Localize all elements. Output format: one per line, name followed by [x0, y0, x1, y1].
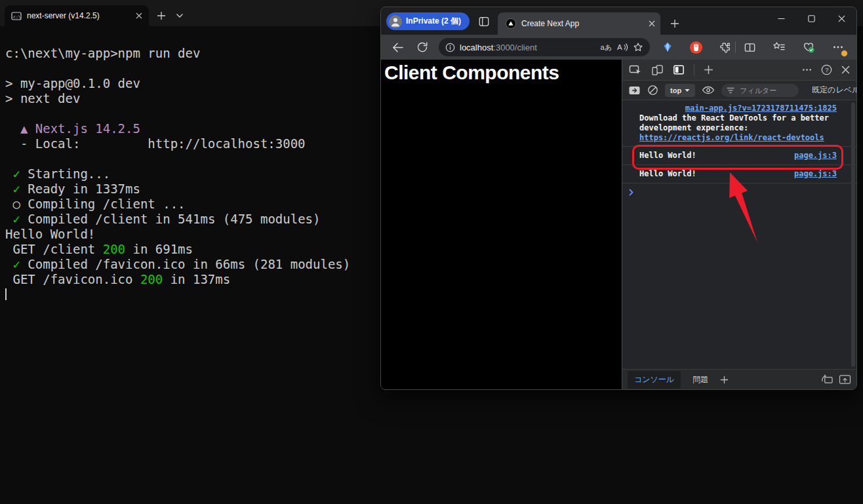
console-filter[interactable]: [721, 84, 799, 97]
devtools-tab-row: ?: [622, 60, 856, 81]
log-levels-dropdown[interactable]: 既定のレベル: [812, 85, 856, 96]
browser-tab-create-next-app[interactable]: Create Next App: [498, 12, 660, 35]
console-entry-hello-world-2: Hello World! page.js:3: [622, 165, 856, 184]
window-controls: [766, 7, 856, 29]
device-emulation-icon[interactable]: [651, 64, 664, 76]
prompt-chevron-icon: [629, 189, 634, 196]
javascript-context-selector[interactable]: top: [665, 84, 695, 97]
drawer-add-tab-button[interactable]: [720, 376, 729, 384]
terminal-new-tab-button[interactable]: [153, 8, 169, 24]
console-message: Hello World!: [639, 169, 794, 179]
devtools-close-icon[interactable]: [841, 66, 850, 74]
console-entry-hello-world-1: Hello World! page.js:3: [622, 147, 856, 165]
console-sidebar-icon[interactable]: [628, 85, 641, 96]
terminal-cursor: [5, 288, 7, 300]
cmd-icon: c:\: [11, 11, 22, 21]
close-window-button[interactable]: [826, 7, 856, 29]
dock-side-icon[interactable]: [673, 64, 685, 75]
tab-close-icon[interactable]: [649, 20, 655, 27]
inprivate-label: InPrivate (2 個): [406, 16, 461, 27]
console-entry-react-devtools: main-app.js?v=1723178711475:1825 Downloa…: [622, 100, 856, 147]
browser-new-tab-button[interactable]: [667, 16, 683, 31]
filter-icon: [727, 87, 734, 94]
browser-tab-title: Create Next App: [521, 19, 649, 28]
favorites-star-icon[interactable]: [633, 42, 643, 52]
translate-icon[interactable]: aあ: [601, 43, 612, 52]
console-toolbar: top 既定のレベル: [622, 81, 856, 100]
refresh-button[interactable]: [414, 39, 431, 56]
url-host: localhost: [460, 43, 493, 52]
source-link[interactable]: page.js:3: [794, 169, 837, 179]
chevron-down-icon: [685, 88, 690, 92]
devtools-drawer: コンソール 問題: [622, 369, 856, 389]
site-info-icon[interactable]: [445, 43, 455, 52]
console-prompt[interactable]: [622, 184, 856, 201]
svg-text:A: A: [617, 43, 622, 51]
drawer-tab-issues[interactable]: 問題: [686, 371, 715, 389]
svg-text:?: ?: [825, 66, 828, 73]
console-scrollbar[interactable]: [851, 102, 855, 367]
extension-blue-gem-icon[interactable]: [659, 39, 676, 56]
console-messages[interactable]: main-app.js?v=1723178711475:1825 Downloa…: [622, 100, 856, 369]
update-notification-badge: [841, 50, 848, 57]
terminal-tab[interactable]: c:\ next-server (v14.2.5): [5, 5, 149, 26]
react-devtools-link[interactable]: https://reactjs.org/link/react-devtools: [639, 133, 824, 142]
tab-actions-icon[interactable]: [477, 14, 491, 29]
terminal-tab-dropdown-button[interactable]: [172, 8, 188, 24]
browser-window: InPrivate (2 個) Create Next App: [380, 7, 857, 390]
live-expression-eye-icon[interactable]: [702, 85, 715, 95]
address-bar[interactable]: localhost:3000/client aあ A: [439, 38, 650, 56]
devtools-panel: ? top: [622, 60, 856, 389]
browser-essentials-icon[interactable]: [800, 39, 817, 56]
page-title: Client Components: [381, 60, 622, 84]
settings-menu-icon[interactable]: [830, 39, 847, 56]
browser-titlebar: InPrivate (2 個) Create Next App: [381, 7, 856, 35]
favorites-hub-icon[interactable]: [771, 39, 788, 56]
clear-console-icon[interactable]: [647, 85, 658, 96]
url-text: localhost:3000/client: [460, 43, 537, 52]
browser-toolbar: localhost:3000/client aあ A: [381, 35, 856, 60]
back-button[interactable]: [389, 39, 406, 56]
devtools-divider: [694, 64, 694, 76]
devtools-more-options-icon[interactable]: [802, 65, 812, 75]
browser-content: Client Components: [381, 60, 856, 389]
drawer-activity-icon[interactable]: [821, 374, 833, 385]
read-aloud-icon[interactable]: A: [616, 42, 628, 52]
console-message: Download the React DevTools for a better…: [639, 113, 837, 133]
inprivate-badge[interactable]: InPrivate (2 個): [386, 12, 470, 30]
source-link[interactable]: main-app.js?v=1723178711475:1825: [685, 104, 837, 113]
screen: c:\ next-server (v14.2.5) c:\next\my-app…: [0, 0, 863, 504]
extensions-puzzle-icon[interactable]: [716, 39, 733, 56]
context-label: top: [670, 87, 681, 94]
terminal-tab-close-icon[interactable]: [136, 12, 142, 19]
expand-quick-view-icon[interactable]: [839, 374, 851, 385]
console-message: Hello World!: [639, 151, 794, 161]
svg-text:c:\: c:\: [13, 14, 21, 19]
source-link[interactable]: page.js:3: [794, 151, 837, 161]
toolbar-divider: [735, 41, 736, 53]
web-page[interactable]: Client Components: [381, 60, 622, 389]
split-screen-icon[interactable]: [741, 39, 758, 56]
url-path: :3000/client: [493, 43, 537, 52]
drawer-tab-console[interactable]: コンソール: [628, 371, 681, 389]
minimize-button[interactable]: [766, 7, 796, 29]
maximize-button[interactable]: [796, 7, 826, 29]
devtools-help-icon[interactable]: ?: [821, 64, 832, 75]
adblock-extension-icon[interactable]: [687, 39, 704, 56]
filter-input[interactable]: [738, 86, 793, 95]
add-tool-button[interactable]: [704, 65, 713, 75]
avatar: [389, 15, 402, 28]
inspect-element-icon[interactable]: [629, 64, 642, 76]
terminal-tab-title: next-server (v14.2.5): [27, 11, 136, 20]
nextjs-favicon: [506, 18, 516, 29]
